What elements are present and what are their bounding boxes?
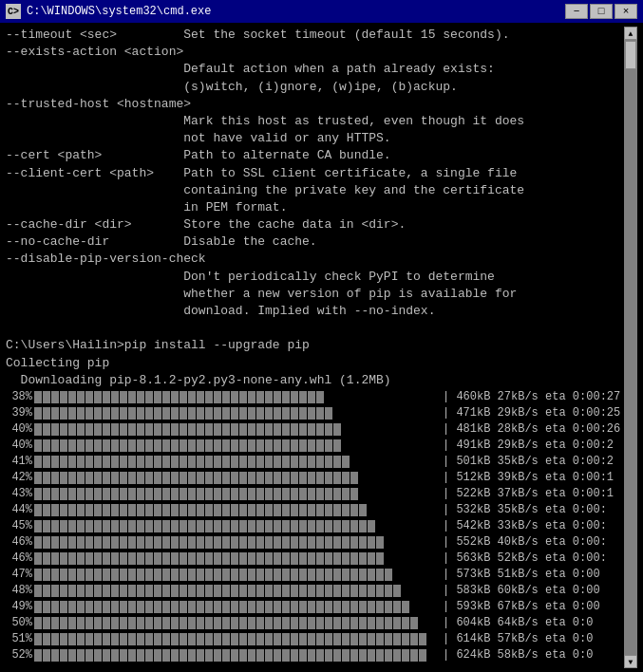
bar-cell bbox=[103, 617, 110, 629]
bar-cell bbox=[231, 601, 238, 613]
bar-cell bbox=[222, 617, 230, 629]
scrollbar-down-button[interactable]: ▼ bbox=[624, 655, 637, 668]
bar-cell bbox=[77, 569, 85, 581]
bar-cell bbox=[120, 569, 127, 581]
bar-cell bbox=[248, 536, 255, 549]
bar-cell bbox=[308, 456, 315, 468]
scrollbar[interactable]: ▲ ▼ bbox=[624, 27, 637, 668]
bar-cell bbox=[94, 472, 102, 484]
bar-cell bbox=[94, 391, 102, 403]
speed-info: | 573kB 51kB/s eta 0:00 bbox=[443, 567, 624, 583]
bar-cell bbox=[282, 439, 290, 452]
bar-cell bbox=[205, 536, 213, 549]
percent-label: 52% bbox=[6, 648, 34, 662]
speed-info: | 563kB 52kB/s eta 0:00: bbox=[443, 551, 624, 567]
bar-cell bbox=[180, 536, 187, 549]
bar-cell bbox=[60, 520, 67, 532]
bar-cell bbox=[222, 569, 230, 581]
bar-cell bbox=[274, 617, 281, 629]
speed-info: | 501kB 35kB/s eta 0:00:2 bbox=[443, 454, 624, 470]
bar-cell bbox=[94, 633, 102, 645]
bar-cell bbox=[402, 617, 409, 629]
bar-cell bbox=[325, 520, 332, 532]
bar-cell bbox=[368, 569, 375, 581]
bar-cell bbox=[162, 520, 170, 532]
bar-cell bbox=[342, 504, 350, 516]
bar-cell bbox=[214, 649, 221, 662]
bar-cell bbox=[111, 617, 119, 629]
bar-cell bbox=[274, 439, 281, 452]
bar-cell bbox=[376, 569, 384, 581]
bar-cell bbox=[282, 552, 290, 565]
percent-label: 42% bbox=[6, 471, 34, 484]
scrollbar-track[interactable] bbox=[624, 40, 637, 655]
minimize-button[interactable]: − bbox=[565, 4, 588, 19]
bar-cell bbox=[368, 617, 375, 629]
bar-cell bbox=[145, 391, 153, 403]
bar-cell bbox=[137, 601, 144, 613]
maximize-button[interactable]: □ bbox=[590, 4, 613, 19]
bar-cell bbox=[256, 504, 264, 516]
bar-cell bbox=[291, 552, 298, 565]
bar-cell bbox=[43, 488, 50, 500]
bar-cell bbox=[376, 585, 384, 597]
bar-cell bbox=[231, 472, 238, 484]
bar-cell bbox=[316, 536, 324, 549]
bar-cell bbox=[265, 391, 273, 403]
scrollbar-thumb[interactable] bbox=[625, 41, 636, 69]
bar-cell bbox=[265, 552, 273, 565]
bar-cell bbox=[128, 601, 136, 613]
bar-cell bbox=[34, 472, 42, 484]
bar-cell bbox=[325, 552, 332, 565]
bar-cell bbox=[180, 423, 187, 436]
bar-cell bbox=[120, 407, 127, 420]
bar-cell bbox=[77, 456, 85, 468]
bar-cell bbox=[333, 569, 341, 581]
bar-cell bbox=[154, 472, 161, 484]
bar-cell bbox=[180, 520, 187, 532]
bar-container bbox=[34, 391, 325, 403]
progress-row: 44% bbox=[6, 502, 443, 518]
bar-cell bbox=[128, 391, 136, 403]
bar-cell bbox=[34, 520, 42, 532]
terminal-line: Collecting pip bbox=[6, 355, 624, 372]
bar-container bbox=[34, 585, 402, 597]
bar-cell bbox=[68, 601, 76, 613]
bar-cell bbox=[197, 585, 204, 597]
bar-cell bbox=[85, 601, 93, 613]
bar-container bbox=[34, 456, 350, 468]
bar-cell bbox=[274, 391, 281, 403]
bar-cell bbox=[325, 423, 332, 436]
bar-cell bbox=[188, 633, 196, 645]
bar-cell bbox=[162, 504, 170, 516]
bar-cell bbox=[342, 649, 350, 662]
bar-cell bbox=[154, 456, 161, 468]
bar-cell bbox=[171, 633, 179, 645]
bar-cell bbox=[43, 456, 50, 468]
bar-cell bbox=[342, 520, 350, 532]
bar-cell bbox=[43, 423, 50, 436]
bar-cell bbox=[51, 504, 59, 516]
bar-cell bbox=[222, 585, 230, 597]
bar-cell bbox=[410, 617, 418, 629]
bar-cell bbox=[376, 617, 384, 629]
speed-info: | 604kB 64kB/s eta 0:0 bbox=[443, 615, 624, 631]
bar-cell bbox=[214, 536, 221, 549]
bar-cell bbox=[393, 633, 401, 645]
bar-cell bbox=[180, 569, 187, 581]
percent-label: 40% bbox=[6, 439, 34, 452]
percent-label: 38% bbox=[6, 390, 34, 403]
bar-cell bbox=[145, 536, 153, 549]
bar-cell bbox=[342, 569, 350, 581]
bar-cell bbox=[103, 504, 110, 516]
bar-cell bbox=[60, 391, 67, 403]
bar-cell bbox=[214, 423, 221, 436]
bar-cell bbox=[197, 536, 204, 549]
scrollbar-up-button[interactable]: ▲ bbox=[624, 27, 637, 40]
speed-info: | 542kB 33kB/s eta 0:00: bbox=[443, 518, 624, 534]
bar-cell bbox=[325, 407, 332, 420]
close-button[interactable]: × bbox=[615, 4, 637, 19]
percent-label: 51% bbox=[6, 632, 34, 645]
bar-cell bbox=[188, 456, 196, 468]
bar-cell bbox=[77, 601, 85, 613]
